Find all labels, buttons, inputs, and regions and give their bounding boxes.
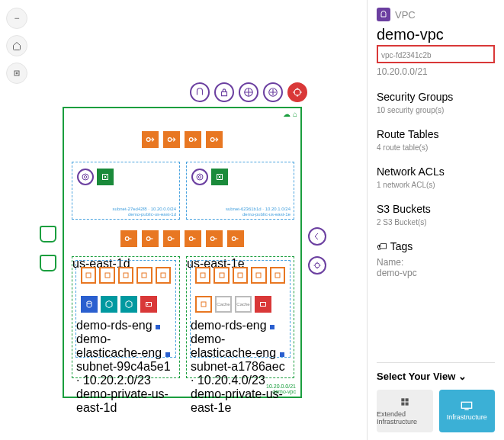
svg-point-10 [210, 138, 214, 142]
vpc-id-highlight: vpc-fd2341c2b [377, 45, 495, 63]
svg-rect-39 [405, 403, 408, 406]
svg-rect-21 [86, 273, 91, 278]
elb-row-2 [64, 230, 300, 247]
svg-point-17 [168, 237, 172, 241]
elb-icon[interactable] [206, 230, 223, 247]
svg-rect-23 [124, 273, 128, 278]
network-acls-heading[interactable]: Network ACLs [377, 165, 495, 178]
network-acls-count: 1 network ACL(s) [377, 181, 495, 189]
cache-node-icon[interactable]: Cache [235, 296, 252, 313]
ec2-icon[interactable] [99, 267, 114, 284]
target-active-icon[interactable] [287, 82, 307, 102]
ec2-icon[interactable] [213, 267, 229, 284]
lock-icon[interactable] [214, 82, 234, 102]
vpc-badge-icon [377, 8, 390, 21]
extended-infrastructure-view-button[interactable]: Extended Infrastructure [377, 390, 433, 432]
tag-name: Name:demo-vpc [377, 257, 495, 278]
ec2-icon[interactable] [270, 267, 285, 284]
private-subnet-1[interactable]: demo-rds-eng demo-elasticache-eng subnet… [75, 260, 176, 358]
s3-buckets-heading[interactable]: S3 Buckets [377, 203, 495, 215]
svg-point-9 [189, 138, 193, 142]
ecs-icon[interactable] [101, 296, 117, 313]
ec2-icon[interactable] [233, 267, 248, 284]
svg-point-26 [87, 301, 91, 304]
instance-icon[interactable] [211, 169, 228, 185]
s3-buckets-count: 2 S3 Bucket(s) [377, 218, 495, 226]
ec2-icon[interactable] [195, 296, 212, 313]
gateway-icon [308, 227, 326, 246]
nat-icon[interactable] [191, 169, 208, 185]
nat-icon[interactable] [77, 169, 94, 185]
svg-point-11 [82, 174, 88, 180]
elb-icon[interactable] [120, 230, 137, 247]
s3-bucket-icon [40, 255, 56, 271]
ec2-icon[interactable] [195, 267, 210, 284]
az-2[interactable]: Cache Cache demo-rds-eng demo-elasticach… [186, 256, 294, 378]
private-subnet-2[interactable]: Cache Cache demo-rds-eng demo-elasticach… [190, 260, 291, 358]
ec2-icon[interactable] [156, 267, 171, 284]
svg-point-7 [146, 138, 150, 142]
svg-rect-25 [161, 273, 165, 278]
route-tables-count: 4 route table(s) [377, 143, 495, 152]
globe-icon[interactable] [239, 82, 258, 102]
details-panel: VPC demo-vpc vpc-fd2341c2b 10.20.0.0/21 … [367, 0, 504, 440]
elb-icon[interactable] [227, 230, 244, 247]
svg-point-13 [197, 174, 203, 180]
security-groups-heading[interactable]: Security Groups [377, 91, 495, 103]
elb-icon[interactable] [206, 131, 223, 148]
endpoint-icon [308, 256, 326, 275]
svg-point-1 [16, 72, 18, 74]
elb-icon[interactable] [142, 230, 159, 247]
svg-rect-22 [105, 273, 110, 278]
svg-point-6 [315, 263, 319, 268]
svg-point-8 [168, 138, 172, 142]
svg-rect-37 [405, 398, 408, 401]
svg-rect-29 [201, 273, 205, 278]
elb-icon[interactable] [185, 131, 201, 148]
ec2-icon[interactable] [251, 267, 266, 284]
tags-heading[interactable]: 🏷 Tags [377, 240, 495, 252]
infrastructure-view-button[interactable]: Infrastructure [439, 390, 496, 432]
elb-icon[interactable] [185, 230, 201, 247]
instance-icon[interactable] [97, 169, 114, 185]
elb-row [64, 131, 300, 148]
svg-rect-33 [275, 273, 280, 278]
cache-icon[interactable] [140, 296, 157, 313]
arch-icon[interactable] [190, 82, 210, 102]
svg-point-20 [232, 237, 236, 241]
ec2-icon[interactable] [136, 267, 152, 284]
view-selector-heading[interactable]: Select Your View ⌄ [377, 371, 495, 382]
chevron-down-icon: ⌄ [458, 371, 467, 382]
rds-icon[interactable] [81, 296, 98, 313]
svg-rect-40 [462, 402, 472, 408]
svg-point-5 [294, 89, 300, 95]
svg-point-19 [210, 237, 214, 241]
svg-rect-32 [256, 273, 261, 278]
move-icon[interactable] [263, 82, 283, 102]
svg-rect-30 [220, 273, 224, 278]
vpc-footer-label: 10.20.0.0/21demo-vpc [266, 384, 296, 395]
elb-icon[interactable] [142, 131, 159, 148]
az-1[interactable]: demo-rds-eng demo-elasticache-eng subnet… [72, 256, 180, 378]
elb-icon[interactable] [163, 230, 180, 247]
cache-node-icon[interactable]: Cache [215, 296, 232, 313]
cache-icon[interactable] [255, 296, 271, 313]
svg-point-18 [189, 237, 193, 241]
elb-icon[interactable] [163, 131, 180, 148]
zoom-out-button[interactable]: − [6, 8, 27, 29]
ecs-icon[interactable] [120, 296, 137, 313]
public-subnet-1[interactable]: subnet-27ed42f8 · 10.20.0.0/24demo-publi… [72, 162, 180, 220]
vpc-name: demo-vpc [377, 26, 495, 43]
ec2-icon[interactable] [118, 267, 133, 284]
svg-rect-31 [238, 273, 242, 278]
public-subnet-2[interactable]: subnet-62361b1d · 10.20.1.0/24demo-publi… [186, 162, 294, 220]
home-button[interactable] [6, 35, 27, 56]
svg-rect-2 [222, 92, 227, 95]
center-button[interactable] [6, 63, 27, 84]
svg-rect-35 [261, 303, 266, 307]
vpc-cidr: 10.20.0.0/21 [377, 66, 495, 77]
vpc-container[interactable]: ☁ ⌂ subnet-27ed42f8 · 10.20.0.0/24demo-p… [63, 107, 302, 398]
ec2-icon[interactable] [81, 267, 96, 284]
route-tables-heading[interactable]: Route Tables [377, 128, 495, 140]
svg-point-28 [147, 304, 148, 305]
